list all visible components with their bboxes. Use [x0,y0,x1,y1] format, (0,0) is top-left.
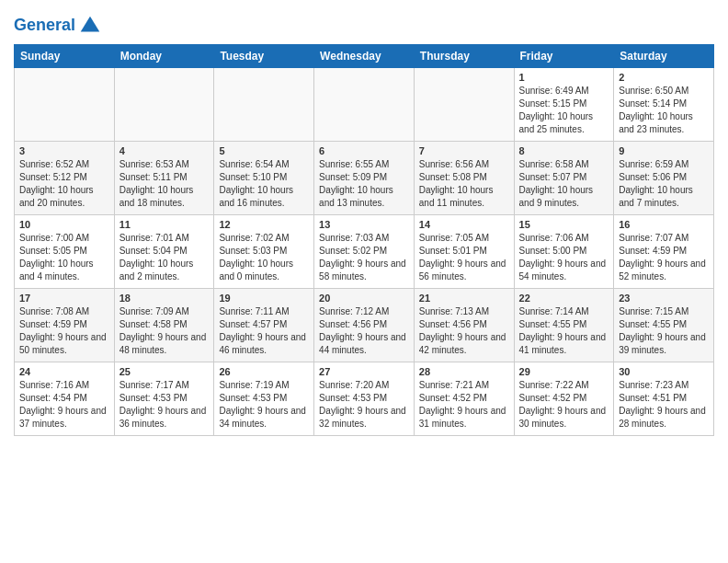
calendar-day-cell: 11Sunrise: 7:01 AM Sunset: 5:04 PM Dayli… [114,215,214,289]
weekday-header-friday: Friday [514,45,614,68]
day-info: Sunrise: 7:07 AM Sunset: 4:59 PM Dayligh… [619,232,709,283]
day-number: 21 [419,293,509,304]
logo-icon [77,13,103,39]
calendar-header-row: SundayMondayTuesdayWednesdayThursdayFrid… [15,45,714,68]
calendar-day-cell: 23Sunrise: 7:15 AM Sunset: 4:55 PM Dayli… [614,289,714,362]
calendar-day-cell: 4Sunrise: 6:53 AM Sunset: 5:11 PM Daylig… [114,142,214,215]
calendar-week-row: 24Sunrise: 7:16 AM Sunset: 4:54 PM Dayli… [15,362,714,436]
day-number: 13 [319,219,409,230]
day-info: Sunrise: 7:19 AM Sunset: 4:53 PM Dayligh… [219,379,309,431]
calendar-day-cell: 24Sunrise: 7:16 AM Sunset: 4:54 PM Dayli… [15,362,115,436]
day-info: Sunrise: 6:50 AM Sunset: 5:14 PM Dayligh… [619,85,709,136]
calendar-day-cell [114,68,214,142]
calendar-day-cell: 19Sunrise: 7:11 AM Sunset: 4:57 PM Dayli… [214,289,314,362]
day-number: 7 [419,145,509,156]
page: General SundayMondayTuesdayWednesdayThur… [0,0,728,450]
day-number: 23 [619,293,709,304]
weekday-header-thursday: Thursday [414,45,514,68]
day-number: 17 [19,293,109,304]
day-info: Sunrise: 7:08 AM Sunset: 4:59 PM Dayligh… [19,305,109,357]
day-number: 24 [19,366,109,377]
day-info: Sunrise: 6:59 AM Sunset: 5:06 PM Dayligh… [619,158,709,210]
calendar-day-cell: 20Sunrise: 7:12 AM Sunset: 4:56 PM Dayli… [314,289,415,362]
logo: General [14,13,103,39]
day-info: Sunrise: 7:22 AM Sunset: 4:52 PM Dayligh… [519,379,609,431]
day-number: 15 [519,219,609,230]
day-number: 6 [319,145,409,156]
day-number: 25 [119,366,210,377]
day-number: 2 [619,72,709,83]
calendar-day-cell: 25Sunrise: 7:17 AM Sunset: 4:53 PM Dayli… [114,362,214,436]
calendar-day-cell [414,68,514,142]
day-info: Sunrise: 7:12 AM Sunset: 4:56 PM Dayligh… [319,305,409,357]
day-info: Sunrise: 7:13 AM Sunset: 4:56 PM Dayligh… [419,305,509,357]
calendar-day-cell: 10Sunrise: 7:00 AM Sunset: 5:05 PM Dayli… [15,215,115,289]
day-info: Sunrise: 6:58 AM Sunset: 5:07 PM Dayligh… [519,158,609,210]
day-number: 4 [119,145,210,156]
weekday-header-tuesday: Tuesday [214,45,314,68]
weekday-header-wednesday: Wednesday [314,45,415,68]
day-number: 9 [619,145,709,156]
day-info: Sunrise: 7:11 AM Sunset: 4:57 PM Dayligh… [219,305,309,357]
calendar-day-cell: 30Sunrise: 7:23 AM Sunset: 4:51 PM Dayli… [614,362,714,436]
calendar-day-cell: 22Sunrise: 7:14 AM Sunset: 4:55 PM Dayli… [514,289,614,362]
day-number: 16 [619,219,709,230]
day-number: 28 [419,366,509,377]
weekday-header-saturday: Saturday [614,45,714,68]
day-info: Sunrise: 6:52 AM Sunset: 5:12 PM Dayligh… [19,158,109,210]
day-number: 27 [319,366,409,377]
calendar-week-row: 1Sunrise: 6:49 AM Sunset: 5:15 PM Daylig… [15,68,714,142]
weekday-header-sunday: Sunday [15,45,115,68]
calendar-week-row: 3Sunrise: 6:52 AM Sunset: 5:12 PM Daylig… [15,142,714,215]
logo-text: General [14,17,75,35]
calendar-day-cell: 16Sunrise: 7:07 AM Sunset: 4:59 PM Dayli… [614,215,714,289]
day-number: 5 [219,145,309,156]
day-info: Sunrise: 7:20 AM Sunset: 4:53 PM Dayligh… [319,379,409,431]
day-number: 18 [119,293,210,304]
calendar-day-cell: 5Sunrise: 6:54 AM Sunset: 5:10 PM Daylig… [214,142,314,215]
calendar-day-cell: 28Sunrise: 7:21 AM Sunset: 4:52 PM Dayli… [414,362,514,436]
calendar-day-cell: 8Sunrise: 6:58 AM Sunset: 5:07 PM Daylig… [514,142,614,215]
day-info: Sunrise: 6:49 AM Sunset: 5:15 PM Dayligh… [519,85,609,136]
header: General [14,9,714,39]
day-info: Sunrise: 7:01 AM Sunset: 5:04 PM Dayligh… [119,232,210,283]
weekday-header-monday: Monday [114,45,214,68]
day-number: 8 [519,145,609,156]
calendar-day-cell: 12Sunrise: 7:02 AM Sunset: 5:03 PM Dayli… [214,215,314,289]
day-number: 3 [19,145,109,156]
svg-marker-0 [81,17,100,32]
calendar-day-cell: 15Sunrise: 7:06 AM Sunset: 5:00 PM Dayli… [514,215,614,289]
day-number: 10 [19,219,109,230]
calendar-day-cell: 17Sunrise: 7:08 AM Sunset: 4:59 PM Dayli… [15,289,115,362]
calendar-week-row: 17Sunrise: 7:08 AM Sunset: 4:59 PM Dayli… [15,289,714,362]
calendar-day-cell [314,68,415,142]
day-info: Sunrise: 7:06 AM Sunset: 5:00 PM Dayligh… [519,232,609,283]
day-number: 1 [519,72,609,83]
day-number: 22 [519,293,609,304]
day-info: Sunrise: 6:53 AM Sunset: 5:11 PM Dayligh… [119,158,210,210]
calendar-day-cell: 2Sunrise: 6:50 AM Sunset: 5:14 PM Daylig… [614,68,714,142]
day-info: Sunrise: 7:23 AM Sunset: 4:51 PM Dayligh… [619,379,709,431]
day-info: Sunrise: 7:15 AM Sunset: 4:55 PM Dayligh… [619,305,709,357]
day-info: Sunrise: 7:03 AM Sunset: 5:02 PM Dayligh… [319,232,409,283]
calendar-week-row: 10Sunrise: 7:00 AM Sunset: 5:05 PM Dayli… [15,215,714,289]
day-info: Sunrise: 7:21 AM Sunset: 4:52 PM Dayligh… [419,379,509,431]
day-info: Sunrise: 7:09 AM Sunset: 4:58 PM Dayligh… [119,305,210,357]
day-number: 20 [319,293,409,304]
calendar-day-cell: 14Sunrise: 7:05 AM Sunset: 5:01 PM Dayli… [414,215,514,289]
day-info: Sunrise: 6:56 AM Sunset: 5:08 PM Dayligh… [419,158,509,210]
day-info: Sunrise: 6:55 AM Sunset: 5:09 PM Dayligh… [319,158,409,210]
day-number: 26 [219,366,309,377]
day-number: 19 [219,293,309,304]
calendar-day-cell [214,68,314,142]
calendar: SundayMondayTuesdayWednesdayThursdayFrid… [14,44,714,436]
day-info: Sunrise: 7:16 AM Sunset: 4:54 PM Dayligh… [19,379,109,431]
day-number: 11 [119,219,210,230]
day-info: Sunrise: 7:00 AM Sunset: 5:05 PM Dayligh… [19,232,109,283]
day-info: Sunrise: 7:05 AM Sunset: 5:01 PM Dayligh… [419,232,509,283]
calendar-day-cell: 27Sunrise: 7:20 AM Sunset: 4:53 PM Dayli… [314,362,415,436]
day-number: 14 [419,219,509,230]
day-number: 30 [619,366,709,377]
day-number: 12 [219,219,309,230]
day-info: Sunrise: 7:02 AM Sunset: 5:03 PM Dayligh… [219,232,309,283]
